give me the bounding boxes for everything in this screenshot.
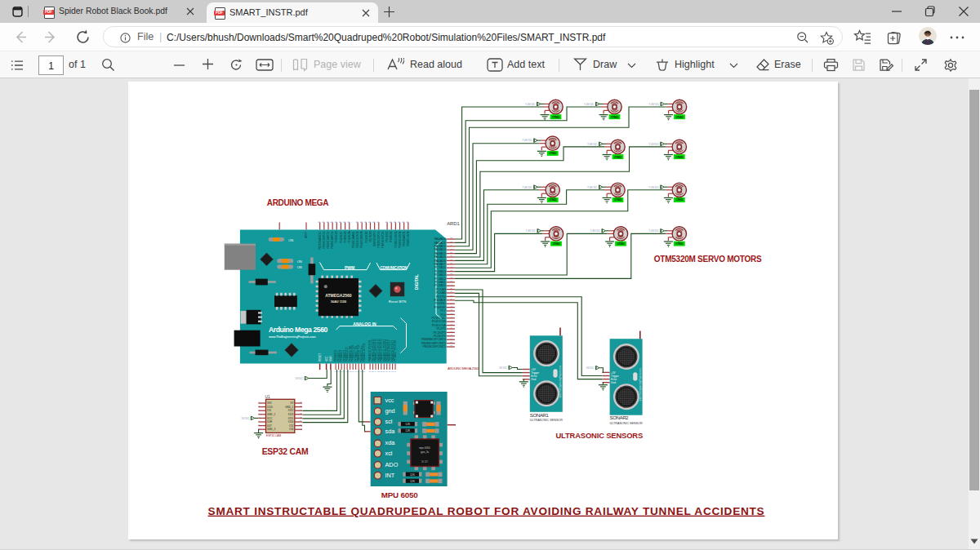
svg-text:OTM53: OTM53 [614,198,622,202]
svg-text:ATMEGA2560: ATMEGA2560 [325,293,352,298]
svg-text:DIGITAL: DIGITAL [415,274,419,290]
svg-text:GND: GND [329,355,332,361]
svg-text:10: 10 [300,424,302,425]
svg-text:PB6/OC1B/PCIN: PB6/OC1B/PCIN [323,230,326,248]
svg-text:OTM53: OTM53 [617,242,625,246]
svg-text:PG5/OC0B: PG5/OC0B [365,230,368,242]
svg-text:87: 87 [363,370,366,372]
svg-text:ADO: ADO [385,461,399,468]
svg-text:OTM53: OTM53 [611,115,619,118]
svg-text:vcc: vcc [385,396,394,403]
svg-text:GND_3: GND_3 [267,428,275,431]
svg-text:ESP32 CAM: ESP32 CAM [262,446,309,455]
svg-text:Arduino Mega 2560: Arduino Mega 2560 [269,326,328,334]
svg-text:11: 11 [300,419,302,421]
svg-text:ARDUINO MEGA: ARDUINO MEGA [267,198,328,207]
svg-text:3V3: 3V3 [267,401,272,405]
svg-text:PD1/SDA/INT1: PD1/SDA/INT1 [403,231,406,246]
svg-text:5V: 5V [291,401,294,405]
svg-text:IO15: IO15 [288,416,294,419]
svg-text:9: 9 [300,427,301,428]
svg-text:IO13: IO13 [288,413,294,416]
svg-text:PH0/RXD2: PH0/RXD2 [390,231,393,242]
svg-text:IO4: IO4 [289,428,293,431]
svg-text:PJ1/TXD3/PCIN: PJ1/TXD3/PCIN [377,230,381,247]
svg-text:GND_1: GND_1 [285,406,293,409]
svg-text:7.4V DC: 7.4V DC [584,102,595,105]
svg-text:12K: 12K [410,479,416,482]
svg-text:PB7/OC0A/OC1C: PB7/OC0A/OC1C [318,230,322,249]
svg-text:5V DC: 5V DC [586,366,595,370]
svg-text:VCC: VCC [267,416,273,419]
svg-text:7.4V DC: 7.4V DC [590,229,601,233]
svg-text:GND_2: GND_2 [267,413,275,416]
svg-text:PE3/OC3A/AIN1: PE3/OC3A/AIN1 [352,231,355,248]
svg-text:ULTRASONIC SENSOR: ULTRASONIC SENSOR [530,418,563,421]
svg-text:PH3/OC4A: PH3/OC4A [348,230,351,242]
svg-text:12: 12 [300,416,302,418]
svg-text:IO12: IO12 [288,409,294,412]
svg-text:12K: 12K [410,472,416,476]
svg-text:PD2/RXD1/INT2: PD2/RXD1/INT2 [399,231,402,248]
svg-text:scl: scl [385,418,393,425]
svg-text:15: 15 [300,405,302,406]
svg-text:PD3/TXD1/INT3: PD3/TXD1/INT3 [394,231,398,247]
svg-text:COMUNICATION: COMUNICATION [381,265,408,269]
svg-text:www.TheEngineeringProjects.com: www.TheEngineeringProjects.com [639,368,642,401]
svg-text:ARDUINO MEGA 2560: ARDUINO MEGA 2560 [448,366,479,370]
svg-text:AREF: AREF [305,231,308,237]
svg-text:PB5/OC1A/PCIN: PB5/OC1A/PCIN [327,230,330,248]
svg-text:PF7/ADC7 (PCINT0: PF7/ADC7 (PCINT0 [394,340,397,361]
svg-text:SONAR2: SONAR2 [610,415,630,420]
svg-text:7.4V DC: 7.4V DC [587,142,598,145]
svg-text:OTM53: OTM53 [675,242,684,246]
svg-text:IO2: IO2 [289,424,293,428]
svg-text:ON: ON [297,259,302,264]
svg-text:OTM53: OTM53 [552,115,560,118]
svg-text:14: 14 [300,408,302,410]
svg-text:ARD1: ARD1 [447,221,459,226]
svg-text:VCC: VCC [325,356,328,361]
svg-text:7.4V DC: 7.4V DC [648,185,659,189]
svg-text:ULTRASONIC SENSORS: ULTRASONIC SENSORS [556,431,644,440]
svg-text:mpu 6050: mpu 6050 [419,446,430,450]
svg-text:PE1/TXD0: PE1/TXD0 [369,231,372,242]
svg-text:PH6/OC2B: PH6/OC2B [336,230,339,242]
svg-text:8: 8 [259,427,261,428]
svg-text:ON: ON [297,265,302,269]
svg-text:IO16: IO16 [267,406,273,409]
svg-text:PB1/SCK/PCINT1: PB1/SCK/PCINT1 [423,344,447,348]
svg-text:sda: sda [385,428,396,435]
svg-text:77: 77 [394,370,397,372]
svg-text:OTM53: OTM53 [675,198,684,202]
svg-text:16: 16 [300,401,302,402]
svg-text:OTM53: OTM53 [549,198,557,202]
svg-text:U0R: U0R [267,420,273,424]
svg-text:MPU 6050: MPU 6050 [381,490,418,499]
svg-text:5V DC: 5V DC [499,366,507,370]
svg-text:PH4/OC4B: PH4/OC4B [344,230,347,242]
svg-text:Gnd: Gnd [531,378,536,381]
svg-text:www.TheEngineeringProjects.com: www.TheEngineeringProjects.com [559,366,562,398]
svg-text:PB4/OC2A/PCIN: PB4/OC2A/PCIN [331,230,334,248]
svg-text:7: 7 [259,424,261,425]
svg-text:7.4V DC: 7.4V DC [525,102,536,105]
svg-text:IO0: IO0 [267,409,271,412]
svg-text:PJ0/RXD3/PCIN: PJ0/RXD3/PCIN [381,230,385,247]
svg-text:16AU 1126: 16AU 1126 [331,299,347,304]
svg-text:Gnd: Gnd [611,381,616,384]
svg-text:13: 13 [300,412,302,414]
svg-text:gyro_3a: gyro_3a [421,450,430,453]
svg-text:7.4V DC: 7.4V DC [648,142,659,145]
svg-text:www.TheEngineeringProjects.com: www.TheEngineeringProjects.com [268,335,316,338]
svg-text:5V DC: 5V DC [296,377,304,380]
svg-text:ESP32-CAM: ESP32-CAM [266,434,281,437]
svg-text:U0T: U0T [267,424,272,428]
svg-text:ULTRASONIC SENSOR: ULTRASONIC SENSOR [610,421,643,424]
svg-text:SMART INSTRUCTABLE QUADRUPEDAL: SMART INSTRUCTABLE QUADRUPEDAL ROBOT FOR… [208,504,765,517]
svg-text:PH5/OC4C: PH5/OC4C [340,230,343,242]
svg-text:xcl: xcl [385,449,393,456]
svg-text:OTM53: OTM53 [614,155,622,158]
svg-text:PK2/ADC10 TCK: PK2/ADC10 TCK [363,344,366,361]
svg-text:12K: 12K [405,423,411,426]
